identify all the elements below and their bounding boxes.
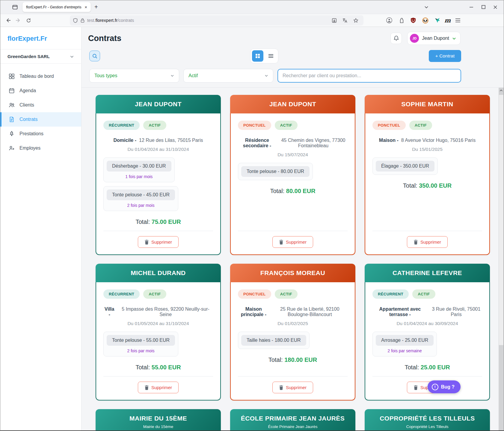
prestations-list: Tonte pelouse - 55.00 EUR2 fois par mois	[103, 332, 213, 360]
total-label: Total:	[268, 356, 283, 363]
contract-card: ÉCOLE PRIMAIRE JEAN JAURÈSÉcole Primaire…	[230, 409, 355, 430]
menu-hamburger-icon[interactable]	[453, 16, 463, 25]
tab-close-icon[interactable]: ×	[83, 4, 88, 10]
contract-card-header: CATHERINE LEFEVRE	[365, 264, 490, 282]
total-amount: 75.00 EUR	[152, 218, 181, 225]
trash-icon	[144, 240, 149, 245]
new-tab-button[interactable]: +	[91, 4, 102, 10]
clients-icon	[9, 102, 15, 108]
delete-contract-button[interactable]: Supprimer	[407, 236, 448, 248]
sidebar-item-prestations[interactable]: Prestations	[0, 127, 81, 141]
trash-icon	[144, 385, 149, 390]
tab-title: florExpert.Fr - Gestion d'entreprise de	[26, 5, 82, 9]
app-logo: florExpert.Fr	[0, 27, 81, 49]
bug-button-label: Bug ?	[441, 384, 455, 390]
total-line: Total: 350.00 EUR	[372, 182, 482, 189]
prestation-item: Tonte pelouse - 45.00 EUR2 fois par mois	[103, 186, 178, 211]
tracking-shield-icon[interactable]	[73, 18, 78, 23]
footer-divider	[103, 231, 213, 231]
ublock-origin-icon[interactable]	[408, 16, 418, 25]
contract-card: SOPHIE MARTINPONCTUELACTIFMaison -8 Aven…	[365, 95, 490, 255]
sidebar-item-employes[interactable]: Employes	[0, 141, 81, 155]
company-selector[interactable]: GreenGarden SARL	[0, 49, 81, 64]
contract-card-header: JEAN DUPONT	[96, 95, 221, 113]
prestation-name-price: Tonte pelouse - 45.00 EUR	[107, 189, 175, 200]
extension-generic-icon[interactable]	[396, 16, 406, 25]
contract-period: Du 01/02/2025	[238, 321, 348, 326]
list-view-button[interactable]	[265, 50, 277, 62]
minimize-button[interactable]	[465, 2, 477, 12]
bug-report-button[interactable]: ! Bug ?	[428, 380, 461, 393]
status-badge: ACTIF	[275, 121, 298, 130]
cards-scroll-area: JEAN DUPONTRÉCURRENTACTIFDomicile -12 Ru…	[82, 88, 504, 430]
translate-icon[interactable]	[340, 16, 350, 25]
scrollbar-thumb[interactable]	[499, 95, 503, 345]
sidebar-item-agenda[interactable]: Agenda	[0, 84, 81, 98]
delete-contract-button[interactable]: Supprimer	[272, 382, 313, 393]
delete-contract-button[interactable]: Supprimer	[138, 236, 179, 248]
back-button[interactable]	[3, 16, 13, 25]
search-input[interactable]	[277, 69, 461, 83]
footer-divider	[238, 376, 348, 377]
prestations-list: Tonte pelouse - 80.00 EUR	[238, 163, 348, 184]
notifications-button[interactable]	[390, 33, 402, 44]
delete-contract-button[interactable]: Supprimer	[138, 382, 179, 393]
status-badge: ACTIF	[143, 289, 166, 299]
bird-extension-icon[interactable]	[432, 16, 442, 25]
user-menu[interactable]: JD Jean Dupont	[407, 32, 461, 45]
maximize-button[interactable]	[477, 2, 489, 12]
chevron-down-icon	[265, 74, 268, 78]
property-label: Résidence secondaire -	[238, 138, 276, 148]
property-address: 25 Rue de la Liberté, 92100 Boulogne-Bil…	[272, 306, 348, 317]
delete-contract-button[interactable]: Supprimer	[272, 236, 313, 248]
avatar: JD	[410, 34, 419, 43]
browser-tab[interactable]: florExpert.Fr - Gestion d'entreprise de …	[22, 2, 91, 12]
total-amount: 180.00 EUR	[284, 356, 317, 363]
sidebar-item-label: Employes	[19, 145, 40, 151]
browser-tab-strip: florExpert.Fr - Gestion d'entreprise de …	[0, 0, 504, 14]
extension-m-icon[interactable]: m	[444, 17, 451, 24]
lock-icon[interactable]	[80, 18, 85, 23]
trash-icon	[414, 240, 418, 245]
property-line: Résidence secondaire -45 Chemin des Vign…	[238, 138, 348, 148]
card-footer: Supprimer	[103, 371, 213, 393]
type-filter-select[interactable]: Tous types	[89, 69, 179, 83]
list-tabs-chevron-icon[interactable]	[420, 2, 432, 12]
sidebar-item-tableau-de-bord[interactable]: Tableau de bord	[0, 69, 81, 84]
trash-icon	[279, 385, 283, 390]
sidebar-item-clients[interactable]: Clients	[0, 98, 81, 112]
new-contract-button[interactable]: + Contrat	[429, 50, 461, 62]
sidebar-item-label: Tableau de bord	[19, 74, 54, 79]
exclamation-icon: !	[432, 384, 438, 390]
contract-card: MICHEL DURANDRÉCURRENTACTIFVilla -5 Impa…	[96, 264, 221, 400]
prestation-name-price: Arrosage - 25.00 EUR	[376, 335, 434, 346]
scrollbar-up-arrow-icon[interactable]	[499, 89, 504, 92]
client-subtitle: Mairie du 15ème	[100, 424, 217, 429]
account-icon[interactable]	[384, 16, 394, 25]
forward-button[interactable]	[13, 16, 23, 25]
property-line: Maison -8 Avenue Victor Hugo, 75016 Pari…	[372, 138, 482, 143]
prestation-item: Tonte pelouse - 55.00 EUR2 fois par mois	[103, 332, 178, 356]
save-to-pocket-icon[interactable]	[329, 16, 339, 25]
sidebar-item-contrats[interactable]: Contrats	[0, 112, 81, 127]
prestation-frequency: 2 fois par mois	[107, 348, 175, 353]
trash-icon	[144, 385, 149, 390]
property-label: Maison principale -	[238, 306, 269, 317]
prestation-name-price: Tonte pelouse - 80.00 EUR	[241, 166, 310, 177]
url-bar[interactable]: test.florexpert.fr/contrats	[70, 15, 363, 25]
close-window-button[interactable]	[489, 2, 501, 12]
prestations-list: Élagage - 350.00 EUR	[372, 157, 482, 179]
privacy-badger-icon[interactable]	[420, 16, 430, 25]
reload-button[interactable]	[24, 16, 33, 25]
bookmark-star-icon[interactable]	[351, 16, 360, 25]
firefox-view-button[interactable]	[10, 3, 20, 12]
card-footer: Supprimer	[238, 371, 348, 393]
user-name: Jean Dupont	[422, 36, 449, 41]
trash-icon	[279, 385, 283, 390]
status-filter-select[interactable]: Actif	[183, 69, 273, 83]
prestations-list: Taille haies - 180.00 EUR	[238, 332, 348, 353]
scrollbar[interactable]	[499, 88, 504, 430]
search-toggle-button[interactable]	[89, 51, 100, 61]
prestations-list: Désherbage - 30.00 EUR1 fois par moisTon…	[103, 157, 213, 215]
grid-view-button[interactable]	[252, 50, 263, 62]
